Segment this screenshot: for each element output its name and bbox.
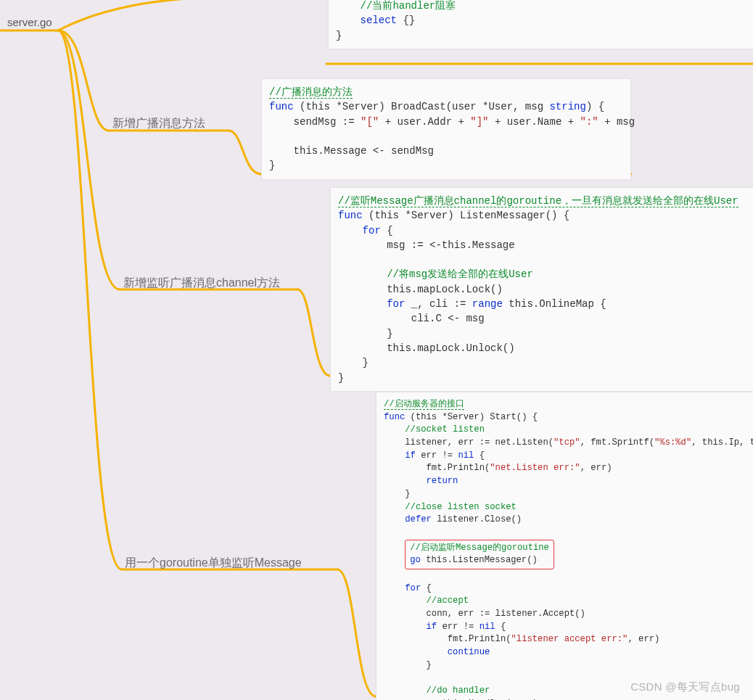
code-start: //启动服务器的接口 func (this *Server) Start() {…	[376, 392, 753, 700]
node-listen-label: 新增监听广播消息channel方法	[123, 276, 280, 291]
highlight-listen-goroutine: //启动监听Message的goroutine go this.ListenMe…	[405, 540, 554, 569]
root-node-label: server.go	[7, 16, 52, 28]
node-goroutine-label: 用一个goroutine单独监听Message	[125, 556, 302, 571]
node-broadcast-label: 新增广播消息方法	[112, 116, 205, 131]
watermark: CSDN @每天写点bug	[630, 680, 740, 694]
code-listenmessager: //监听Message广播消息channel的goroutine，一旦有消息就发…	[330, 187, 753, 392]
code-handler-block: //当前handler阻塞 select {} }	[328, 0, 753, 49]
code-broadcast: //广播消息的方法 func (this *Server) BroadCast(…	[261, 78, 631, 180]
